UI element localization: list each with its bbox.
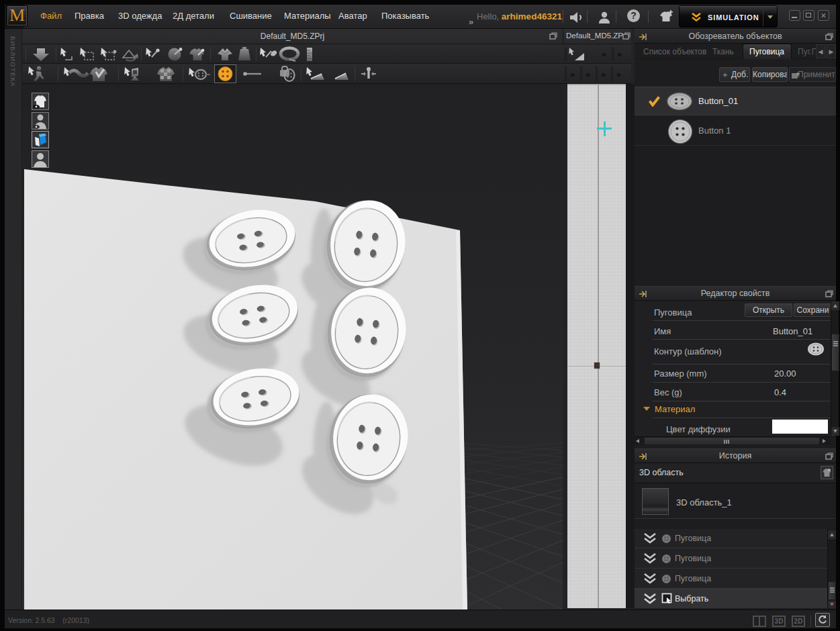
- svg-text:»: »: [586, 69, 590, 79]
- svg-text:»: »: [617, 49, 622, 59]
- svg-text:»: »: [601, 69, 606, 79]
- svg-text:»: »: [602, 49, 606, 59]
- svg-text:»: »: [616, 69, 621, 79]
- svg-text:»: »: [570, 69, 575, 79]
